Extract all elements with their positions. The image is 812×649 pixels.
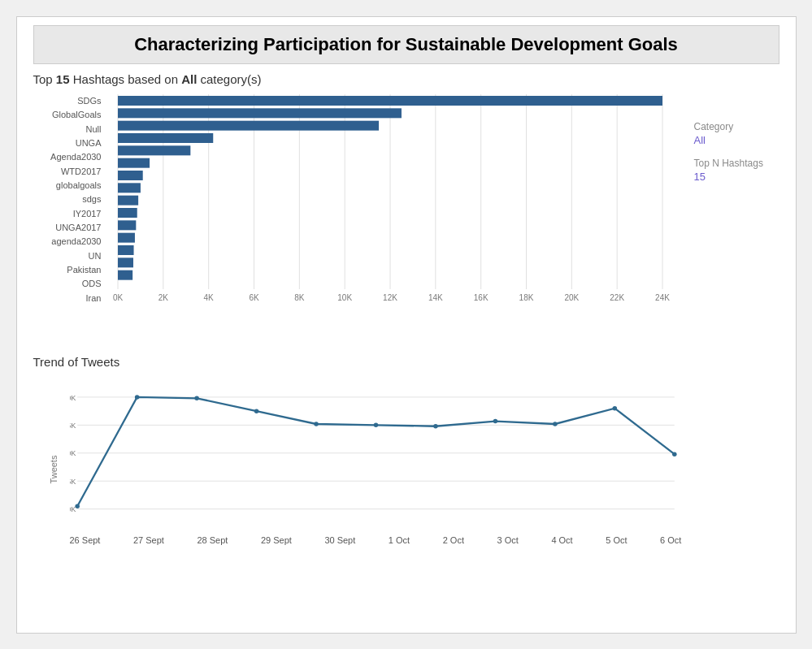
- trend-svg-container: 0K5K10K15K20K 26 Sept27 Sept28 Sept29 Se…: [70, 372, 682, 559]
- svg-rect-27: [118, 108, 402, 118]
- svg-rect-37: [118, 232, 135, 242]
- category-value: All: [694, 134, 779, 146]
- bar-chart-wrapper: SDGsGlobalGoalsNullUNGAAgenda2030WTD2017…: [33, 91, 682, 335]
- svg-text:0K: 0K: [112, 293, 123, 302]
- top-n: 15: [56, 72, 70, 86]
- svg-rect-26: [118, 96, 662, 106]
- x-axis-label: 1 Oct: [389, 535, 410, 545]
- svg-point-58: [493, 418, 497, 423]
- svg-text:8K: 8K: [294, 293, 305, 302]
- bar-label: sdgs: [33, 193, 102, 206]
- charts-area: Top 15 Hashtags based on All category(s)…: [33, 72, 682, 623]
- bar-label: Agenda2030: [33, 151, 102, 163]
- bar-area: 0K2K4K6K8K10K12K14K16K18K20K22K24K: [106, 94, 682, 305]
- sidebar: Category All Top N Hashtags 15: [682, 72, 779, 623]
- x-axis-label: 5 Oct: [606, 535, 627, 545]
- svg-point-57: [433, 423, 438, 428]
- svg-point-54: [254, 409, 258, 413]
- svg-rect-28: [118, 120, 379, 130]
- bar-labels: SDGsGlobalGoalsNullUNGAAgenda2030WTD2017…: [33, 94, 106, 305]
- x-axis-label: 3 Oct: [497, 535, 519, 545]
- x-axis-labels: 26 Sept27 Sept28 Sept29 Sept30 Sept1 Oct…: [70, 534, 682, 545]
- bar-label: WTD2017: [33, 165, 102, 177]
- svg-text:15K: 15K: [70, 422, 76, 430]
- svg-rect-33: [118, 183, 141, 193]
- bar-label: Pakistan: [33, 263, 102, 275]
- trend-svg: 0K5K10K15K20K: [70, 372, 682, 530]
- svg-point-52: [134, 395, 139, 400]
- svg-text:12K: 12K: [383, 293, 397, 302]
- svg-rect-31: [118, 158, 150, 167]
- svg-text:14K: 14K: [428, 293, 442, 302]
- topn-value: 15: [694, 171, 779, 183]
- bar-label: GlobalGoals: [33, 109, 102, 121]
- bar-label: UNGA2017: [33, 221, 102, 233]
- topn-label: Top N Hashtags: [694, 158, 779, 169]
- svg-point-53: [194, 396, 199, 400]
- chart-subtitle: Top 15 Hashtags based on All category(s): [33, 72, 682, 86]
- bar-label: agenda2030: [33, 236, 102, 248]
- trend-title: Trend of Tweets: [33, 355, 682, 369]
- x-axis-label: 30 Sept: [324, 535, 355, 545]
- bar-label: UN: [33, 249, 102, 262]
- dashboard: Characterizing Participation for Sustain…: [16, 16, 797, 634]
- svg-text:20K: 20K: [70, 393, 76, 401]
- bar-label: SDGs: [33, 95, 102, 107]
- x-axis-label: 26 Sept: [70, 535, 101, 545]
- content-area: Top 15 Hashtags based on All category(s)…: [33, 72, 779, 623]
- x-axis-label: 6 Oct: [660, 535, 681, 545]
- svg-point-51: [75, 504, 80, 508]
- bottom-chart-section: Trend of Tweets Tweets 0K5K10K15K20K 26 …: [33, 355, 682, 623]
- svg-point-60: [612, 405, 617, 410]
- bar-label: globalgoals: [33, 179, 102, 191]
- svg-rect-35: [118, 208, 137, 218]
- svg-rect-30: [118, 145, 190, 155]
- bar-label: Iran: [33, 292, 102, 304]
- svg-text:6K: 6K: [249, 293, 259, 302]
- main-title: Characterizing Participation for Sustain…: [33, 25, 779, 64]
- bar-label: ODS: [33, 278, 102, 290]
- svg-text:20K: 20K: [564, 293, 579, 302]
- svg-rect-34: [118, 195, 138, 205]
- bar-label: UNGA: [33, 136, 102, 149]
- bar-label: Null: [33, 123, 102, 135]
- category-label: Category: [694, 121, 779, 132]
- svg-rect-39: [118, 257, 133, 267]
- x-axis-label: 29 Sept: [261, 535, 292, 545]
- x-axis-label: 4 Oct: [551, 535, 572, 545]
- svg-text:24K: 24K: [655, 293, 670, 302]
- svg-text:16K: 16K: [473, 293, 488, 302]
- svg-point-56: [373, 422, 378, 427]
- svg-text:10K: 10K: [70, 449, 76, 457]
- svg-rect-36: [118, 220, 136, 230]
- top-chart-section: Top 15 Hashtags based on All category(s)…: [33, 72, 682, 348]
- svg-text:10K: 10K: [337, 293, 352, 302]
- category-name: All: [181, 72, 197, 86]
- y-axis-label: Tweets: [49, 455, 59, 483]
- bar-label: IY2017: [33, 207, 102, 219]
- x-axis-label: 28 Sept: [197, 535, 228, 545]
- svg-text:22K: 22K: [610, 293, 624, 302]
- svg-text:4K: 4K: [203, 293, 214, 302]
- svg-text:18K: 18K: [519, 293, 533, 302]
- svg-rect-32: [118, 171, 143, 180]
- bar-chart-svg: 0K2K4K6K8K10K12K14K16K18K20K22K24K: [106, 94, 682, 305]
- svg-point-59: [553, 422, 558, 426]
- svg-point-61: [672, 452, 677, 456]
- svg-text:5K: 5K: [70, 477, 76, 485]
- svg-point-55: [314, 422, 319, 426]
- x-axis-label: 27 Sept: [133, 535, 164, 545]
- x-axis-label: 2 Oct: [443, 535, 464, 545]
- svg-rect-38: [118, 245, 134, 255]
- svg-rect-40: [118, 270, 132, 279]
- trend-chart-wrapper: Tweets 0K5K10K15K20K 26 Sept27 Sept28 Se…: [33, 372, 682, 567]
- svg-rect-29: [118, 133, 213, 143]
- svg-text:2K: 2K: [158, 293, 168, 302]
